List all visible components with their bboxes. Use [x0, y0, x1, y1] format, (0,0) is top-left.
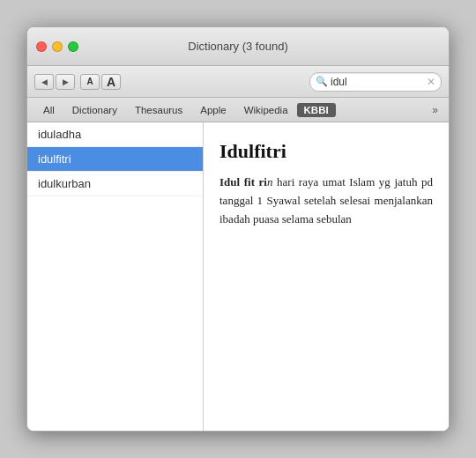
- titlebar: Dictionary (3 found): [27, 27, 449, 66]
- app-window: Dictionary (3 found) ◀ ▶ A A 🔍 ✕ All Dic…: [26, 26, 450, 432]
- entry-headword-bold: Idul fit ri: [219, 175, 267, 188]
- traffic-lights: [36, 41, 78, 52]
- search-icon: 🔍: [316, 76, 328, 87]
- tab-dictionary[interactable]: Dictionary: [63, 102, 126, 118]
- tabs-bar: All Dictionary Thesaurus Apple Wikipedia…: [27, 98, 449, 122]
- entry-body: Idul fit rin hari raya umat Islam yg jat…: [219, 174, 433, 228]
- tabs-more-button[interactable]: »: [428, 104, 442, 116]
- entry-title: Idulfitri: [219, 140, 433, 163]
- entry-content: Idulfitri Idul fit rin hari raya umat Is…: [204, 122, 449, 431]
- tab-kbbi[interactable]: KBBI: [297, 103, 336, 117]
- tab-apple[interactable]: Apple: [191, 102, 234, 118]
- minimize-button[interactable]: [52, 41, 63, 52]
- clear-icon[interactable]: ✕: [427, 76, 435, 88]
- results-sidebar: iduladha idulfitri idulkurban: [27, 122, 204, 431]
- tab-wikipedia[interactable]: Wikipedia: [235, 102, 297, 118]
- sidebar-item-iduladha[interactable]: iduladha: [27, 122, 203, 147]
- search-input[interactable]: [331, 76, 419, 88]
- font-large-button[interactable]: A: [101, 74, 121, 90]
- close-button[interactable]: [36, 41, 47, 52]
- font-buttons: A A: [80, 74, 121, 90]
- nav-buttons: ◀ ▶: [34, 74, 75, 90]
- back-button[interactable]: ◀: [34, 74, 54, 90]
- font-small-button[interactable]: A: [80, 74, 100, 90]
- sidebar-item-idulfitri[interactable]: idulfitri: [27, 147, 203, 172]
- tab-thesaurus[interactable]: Thesaurus: [126, 102, 191, 118]
- forward-button[interactable]: ▶: [56, 74, 75, 90]
- content-area: iduladha idulfitri idulkurban Idulfitri …: [27, 122, 449, 431]
- search-box: 🔍 ✕: [309, 72, 442, 92]
- window-title: Dictionary (3 found): [188, 40, 287, 53]
- maximize-button[interactable]: [68, 41, 78, 52]
- tab-all[interactable]: All: [34, 102, 63, 118]
- sidebar-item-idulkurban[interactable]: idulkurban: [27, 172, 203, 196]
- toolbar: ◀ ▶ A A 🔍 ✕: [27, 66, 449, 98]
